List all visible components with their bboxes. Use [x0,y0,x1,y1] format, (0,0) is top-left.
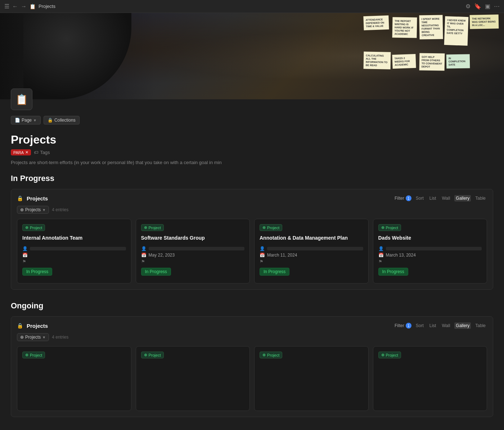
person-value-1 [30,247,126,250]
menu-icon[interactable]: ☰ [4,3,9,10]
ongoing-badge-label-2: Project [149,353,161,357]
collection-controls-2: Filter 1 Sort List Wall Gallery Table [395,322,487,329]
gallery-view-btn-2[interactable]: Gallery [454,322,471,329]
ongoing-badge-3: ⊕ Project [260,352,282,358]
collections-tab-label: Collections [54,118,76,123]
card-badge-icon-4: ⊕ [381,225,384,230]
flag-icon-4: ⚑ [378,259,382,264]
ongoing-card-3[interactable]: ⊕ Project [254,346,369,411]
db-filter-btn-2[interactable]: ⊕ Projects ▼ [17,333,49,341]
flag-icon-3: ⚑ [260,259,264,264]
card-badge-1: ⊕ Project [22,224,45,231]
card-badge-label-4: Project [386,226,398,230]
tags-label: Tags [40,150,50,155]
card-person-field-4: 👤 [378,246,482,251]
card-calendar-field-4: 📅 March 13, 2024 [378,253,482,258]
gallery-card-3[interactable]: ⊕ Project Annotation & Data Management P… [254,219,369,284]
ongoing-card-4[interactable]: ⊕ Project [373,346,487,411]
forward-button[interactable]: → [21,3,27,10]
hero-person-area [0,13,155,99]
table-view-btn-2[interactable]: Table [474,322,487,329]
gallery-card-1[interactable]: ⊕ Project Internal Annotation Team 👤 📅 ⚑… [17,219,131,284]
tags-row: PARA ✕ 🏷 Tags [11,149,493,155]
gallery-view-btn-1[interactable]: Gallery [454,195,471,202]
ongoing-card-2[interactable]: ⊕ Project [136,346,250,411]
collection-header-left-2: 🔒 Projects [17,323,48,329]
layout-icon[interactable]: ▣ [485,3,490,10]
status-badge-3: In Progress [260,268,289,276]
para-tag-remove[interactable]: ✕ [25,150,28,155]
card-badge-label-1: Project [30,226,42,230]
filter-button-2[interactable]: Filter 1 [395,323,411,329]
ongoing-badge-label-4: Project [386,353,398,357]
page-title: Projects [11,133,493,146]
ongoing-badge-label-3: Project [267,353,279,357]
wall-view-btn-2[interactable]: Wall [440,322,451,329]
top-bar: ☰ ← → 📋 Projects ⚙ 🔖 ▣ ⋯ [0,0,504,13]
sticky-note-8: GOT HELP FROM OTHERS TO CONVENIENT DEPOT [419,53,445,71]
hero-image: ATTENDANCE DEPENDED ON TIME & VALUE THE … [0,13,504,99]
card-badge-2: ⊕ Project [141,224,164,231]
para-label: PARA [13,150,24,155]
db-filter-label-1: Projects [25,207,41,212]
card-flag-field-1: ⚑ [22,259,126,264]
more-icon[interactable]: ⋯ [494,3,500,10]
page-title-bar: Projects [39,4,55,9]
list-view-btn-2[interactable]: List [428,322,438,329]
flag-icon-2: ⚑ [141,259,145,264]
tags-field[interactable]: 🏷 Tags [34,150,50,155]
card-badge-label-3: Project [267,226,279,230]
card-calendar-field-2: 📅 May 22, 2023 [141,253,245,258]
gallery-grid-1: ⊕ Project Internal Annotation Team 👤 📅 ⚑… [17,219,487,284]
collection-lock-icon-2: 🔒 [17,323,23,329]
card-badge-3: ⊕ Project [260,224,282,231]
card-title-3: Annotation & Data Management Plan [260,235,363,242]
table-view-btn-1[interactable]: Table [474,195,487,202]
card-flag-field-4: ⚑ [378,259,482,264]
filter-badge-2: 1 [406,323,411,329]
sticky-note-4: I NEVER KNEW IT WAS OVER TIL COMPLETION … [444,16,469,46]
db-filter-chevron-2: ▼ [42,335,46,339]
sort-button-2[interactable]: Sort [414,322,425,329]
db-filter-icon-2: ⊕ [20,335,24,340]
section-ongoing-title: Ongoing [11,301,493,311]
collection-name-2: Projects [27,323,48,329]
sticky-note-2: THE REPORT WRITING IS HARD WORK IF YOU'R… [392,17,417,38]
sub-header-2: ⊕ Projects ▼ 4 entries [17,333,487,341]
db-filter-chevron-1: ▼ [42,208,46,212]
flag-icon-1: ⚑ [22,259,26,264]
para-tag[interactable]: PARA ✕ [11,149,31,155]
sticky-note-1: ATTENDANCE DEPENDED ON TIME & VALUE [363,15,389,31]
ongoing-badge-label-1: Project [30,353,42,357]
db-filter-btn-1[interactable]: ⊕ Projects ▼ [17,206,49,214]
card-flag-field-3: ⚑ [260,259,363,264]
ongoing-badge-4: ⊕ Project [378,352,401,358]
person-value-2 [149,247,245,250]
collections-tab-icon: 🔒 [48,118,53,123]
ongoing-collection: 🔒 Projects Filter 1 Sort List Wall Galle… [11,316,493,417]
bookmark-icon[interactable]: 🔖 [474,3,481,10]
sub-header-1: ⊕ Projects ▼ 4 entries [17,206,487,214]
tabs-bar: 📄 Page ▼ 🔒 Collections [0,113,504,127]
card-title-1: Internal Annotation Team [22,235,126,242]
calendar-icon-1: 📅 [22,253,28,258]
list-view-btn-1[interactable]: List [428,195,438,202]
ongoing-card-1[interactable]: ⊕ Project [17,346,131,411]
wall-view-btn-1[interactable]: Wall [440,195,451,202]
tab-page[interactable]: 📄 Page ▼ [11,116,41,125]
person-value-4 [386,247,482,250]
filter-button-1[interactable]: Filter 1 [395,195,411,201]
gallery-card-2[interactable]: ⊕ Project Software Standards Group 👤 📅 M… [136,219,250,284]
ongoing-badge-icon-2: ⊕ [144,353,147,357]
tag-icon: 🏷 [34,150,39,155]
back-button[interactable]: ← [12,3,18,10]
sort-button-1[interactable]: Sort [414,195,425,202]
tab-collections[interactable]: 🔒 Collections [44,116,80,125]
sticky-note-7: TAKES 2 WEEKS FOR ACADEMIC [392,54,416,69]
settings-icon[interactable]: ⚙ [465,3,471,10]
person-icon-1: 👤 [22,246,28,251]
gallery-card-4[interactable]: ⊕ Project Dads Website 👤 📅 March 13, 202… [373,219,487,284]
card-badge-icon-1: ⊕ [25,225,28,230]
filter-label-1: Filter [395,196,404,201]
calendar-icon-3: 📅 [260,253,265,258]
